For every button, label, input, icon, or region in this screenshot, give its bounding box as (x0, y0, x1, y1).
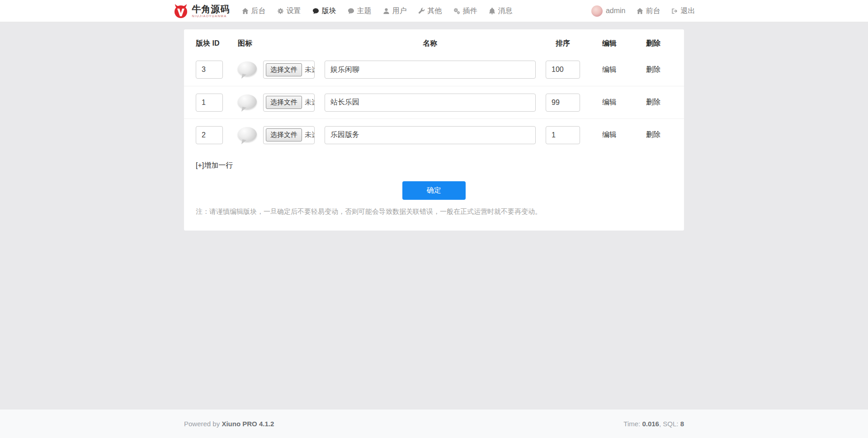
wrench-icon (418, 8, 425, 14)
sql-label: SQL: (663, 420, 678, 428)
delete-link[interactable]: 删除 (646, 66, 660, 73)
section-rank-input[interactable] (546, 126, 580, 144)
time-value: 0.016 (642, 420, 659, 428)
table-header-row: 版块 ID 图标 名称 排序 编辑 删除 (184, 29, 684, 53)
nav-item-sections[interactable]: 版块 (312, 6, 336, 16)
sign-out-icon (671, 8, 678, 14)
icon-file-input[interactable]: 选择文件 未选择任何文件 (263, 61, 315, 79)
nav-item-label: 消息 (498, 6, 513, 16)
nav-item-frontend[interactable]: 前台 (637, 6, 660, 16)
comment-icon (348, 8, 354, 14)
section-id-input[interactable] (196, 126, 223, 144)
main-area: 版块 ID 图标 名称 排序 编辑 删除 选择文件 未选择任何文件 (0, 22, 868, 410)
nav-item-settings[interactable]: 设置 (277, 6, 301, 16)
edit-warning-note: 注：请谨慎编辑版块，一旦确定后不要轻易变动，否则可能会导致数据关联错误，一般在正… (196, 207, 672, 216)
brand-name: 牛角源码 (192, 5, 230, 14)
header-edit: 编辑 (585, 39, 634, 48)
choose-file-button[interactable]: 选择文件 (266, 96, 302, 109)
icon-file-input[interactable]: 选择文件 未选择任何文件 (263, 126, 315, 144)
table-row: 选择文件 未选择任何文件 编辑 删除 (184, 53, 684, 86)
section-name-input[interactable] (325, 126, 536, 144)
main-nav: 后台 设置 版块 主题 用户 (242, 6, 513, 16)
table-body: 选择文件 未选择任何文件 编辑 删除 (184, 53, 684, 151)
add-row-link[interactable]: [+]增加一行 (196, 161, 233, 170)
avatar (591, 5, 603, 17)
section-bubble-icon (238, 93, 257, 112)
section-name-input[interactable] (325, 94, 536, 112)
section-id-input[interactable] (196, 94, 223, 112)
section-bubble-icon (238, 60, 257, 79)
section-rank-input[interactable] (546, 94, 580, 112)
edit-link[interactable]: 编辑 (602, 131, 617, 138)
confirm-button[interactable]: 确定 (402, 181, 466, 200)
edit-link[interactable]: 编辑 (602, 66, 617, 73)
product-version: Xiuno PRO 4.1.2 (222, 420, 274, 428)
powered-by: Powered by Xiuno PRO 4.1.2 (184, 420, 274, 428)
sql-value: 8 (680, 420, 684, 428)
username: admin (606, 7, 626, 15)
home-icon (242, 8, 249, 14)
section-id-input[interactable] (196, 61, 223, 79)
nav-item-other[interactable]: 其他 (418, 6, 442, 16)
comment-icon (312, 8, 319, 14)
nav-item-label: 其他 (428, 6, 442, 16)
nav-item-logout[interactable]: 退出 (671, 6, 695, 16)
nav-item-label: 后台 (251, 6, 266, 16)
header-delete: 删除 (634, 39, 672, 48)
sections-panel: 版块 ID 图标 名称 排序 编辑 删除 选择文件 未选择任何文件 (184, 29, 684, 231)
nav-item-label: 前台 (646, 6, 660, 16)
nav-item-messages[interactable]: 消息 (489, 6, 513, 16)
user-icon (383, 8, 390, 14)
bell-icon (489, 8, 495, 14)
header-rank: 排序 (546, 39, 580, 48)
table-row: 选择文件 未选择任何文件 编辑 删除 (184, 118, 684, 151)
section-bubble-icon (238, 126, 257, 145)
nav-right: admin 前台 退出 (591, 5, 695, 17)
delete-link[interactable]: 删除 (646, 131, 660, 138)
choose-file-button[interactable]: 选择文件 (266, 63, 302, 76)
top-navbar: 牛角源码 NIUJIAOYUANMA 后台 设置 版块 主题 (0, 0, 868, 22)
nav-item-label: 设置 (287, 6, 301, 16)
brand-logo[interactable]: 牛角源码 NIUJIAOYUANMA (173, 3, 230, 19)
nav-item-label: 版块 (322, 6, 336, 16)
section-name-input[interactable] (325, 61, 536, 79)
brand-logo-icon (173, 3, 189, 19)
delete-link[interactable]: 删除 (646, 98, 660, 106)
gear-icon (277, 8, 284, 14)
nav-item-label: 主题 (357, 6, 372, 16)
nav-item-backend[interactable]: 后台 (242, 6, 266, 16)
header-icon: 图标 (238, 39, 315, 48)
page-footer: Powered by Xiuno PRO 4.1.2 Time: 0.016, … (0, 410, 868, 438)
brand-subtitle: NIUJIAOYUANMA (192, 14, 230, 18)
perf-stats: Time: 0.016, SQL: 8 (623, 420, 684, 428)
nav-item-label: 退出 (681, 6, 695, 16)
cogs-icon (453, 8, 460, 14)
section-rank-input[interactable] (546, 61, 580, 79)
user-menu[interactable]: admin (591, 5, 626, 17)
choose-file-button[interactable]: 选择文件 (266, 128, 302, 141)
nav-item-themes[interactable]: 主题 (348, 6, 372, 16)
time-label: Time: (623, 420, 640, 428)
icon-file-input[interactable]: 选择文件 未选择任何文件 (263, 94, 315, 112)
powered-prefix: Powered by (184, 420, 220, 428)
nav-item-label: 插件 (463, 6, 477, 16)
table-row: 选择文件 未选择任何文件 编辑 删除 (184, 86, 684, 118)
header-section-id: 版块 ID (196, 39, 223, 48)
edit-link[interactable]: 编辑 (602, 98, 617, 106)
nav-item-users[interactable]: 用户 (383, 6, 407, 16)
nav-item-plugins[interactable]: 插件 (453, 6, 477, 16)
header-name: 名称 (325, 39, 536, 48)
file-status-text: 未选择任何文件 (305, 66, 315, 74)
home-icon (637, 8, 643, 14)
file-status-text: 未选择任何文件 (305, 98, 315, 107)
nav-item-label: 用户 (392, 6, 407, 16)
file-status-text: 未选择任何文件 (305, 131, 315, 139)
